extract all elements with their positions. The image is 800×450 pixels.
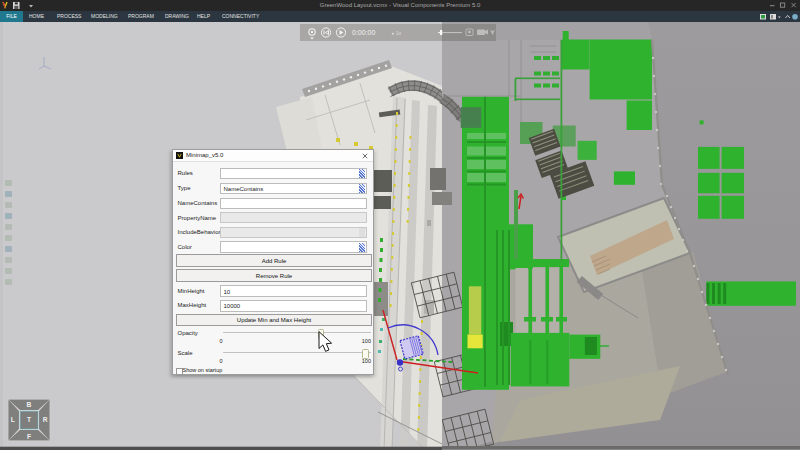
svg-text:R: R — [43, 416, 48, 423]
svg-text:0:00:00: 0:00:00 — [352, 29, 375, 36]
svg-text:B: B — [27, 401, 32, 408]
svg-text:▸ 1x: ▸ 1x — [392, 30, 402, 36]
svg-text:F: F — [27, 433, 31, 440]
svg-text:L: L — [11, 416, 15, 423]
